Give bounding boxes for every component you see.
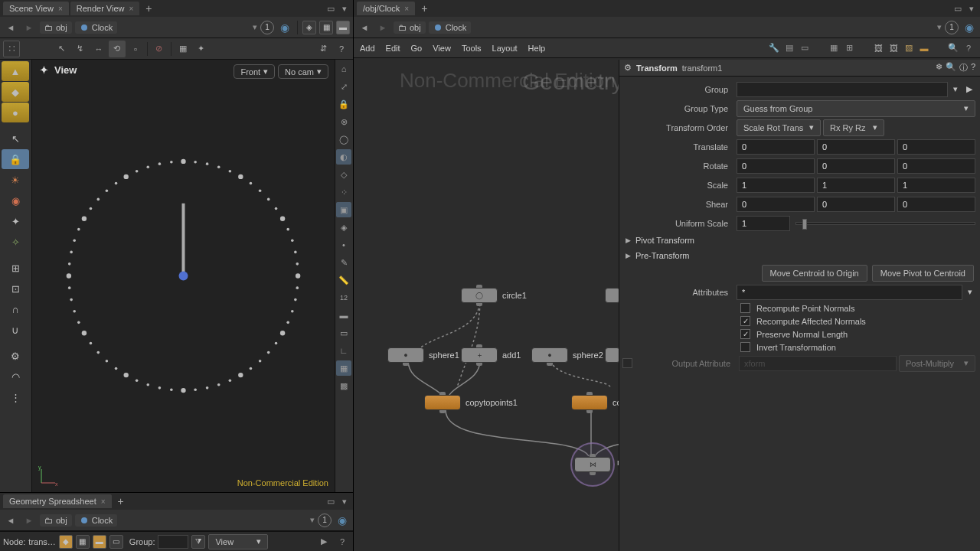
dropdown-icon[interactable]: ▾ — [950, 84, 961, 94]
box-icon[interactable]: ▬ — [919, 43, 929, 54]
close-icon[interactable]: × — [58, 5, 63, 13]
ty-field[interactable]: 0 — [817, 139, 895, 155]
rotate-tool[interactable]: ⟲ — [109, 41, 126, 57]
move-tool[interactable]: ↔ — [90, 41, 107, 57]
help-icon[interactable]: ? — [963, 43, 974, 54]
ghost-icon[interactable]: ▣ — [336, 202, 351, 217]
list-icon[interactable]: ▤ — [784, 43, 795, 54]
pin-indicator[interactable]: 1 — [945, 21, 959, 34]
select-tool[interactable]: ↖ — [54, 41, 70, 57]
nav-fwd-button[interactable]: ► — [21, 513, 37, 528]
sy-field[interactable]: 1 — [817, 178, 895, 193]
path-context[interactable]: 🗀obj — [40, 514, 72, 527]
node-copytopoints2[interactable]: co — [571, 395, 622, 410]
globe-icon[interactable]: ◯ — [336, 132, 351, 147]
tab-geo-spreadsheet[interactable]: Geometry Spreadsheet× — [3, 494, 112, 508]
tab-render-view[interactable]: Render View× — [70, 2, 140, 15]
nav-fwd-button[interactable]: ► — [375, 20, 390, 35]
lock-icon[interactable]: 🔒 — [336, 96, 351, 112]
tree-icon[interactable]: ⊞ — [844, 43, 854, 54]
help-icon[interactable]: ? — [335, 534, 350, 549]
shz-field[interactable]: 0 — [897, 197, 975, 212]
search-icon[interactable]: 🔍 — [946, 62, 956, 73]
check-output-attr[interactable] — [622, 358, 632, 368]
snowflake-icon[interactable]: ❄ — [936, 62, 942, 73]
pane-menu-icon[interactable]: ▭ — [325, 496, 336, 507]
help-icon[interactable]: ? — [971, 62, 975, 73]
shy-field[interactable]: 0 — [817, 197, 895, 212]
lasso-tool[interactable]: ↯ — [72, 41, 89, 57]
layout-tool[interactable]: ⇵ — [315, 41, 332, 57]
env-tool[interactable]: ✧ — [2, 232, 29, 252]
xf-order-dropdown[interactable]: Scale Rot Trans▾ — [737, 119, 821, 136]
magnet2-tool[interactable]: ∪ — [2, 320, 29, 340]
camera-menu[interactable]: Front▾ — [234, 64, 275, 79]
tz-field[interactable]: 0 — [897, 139, 975, 155]
menu-add[interactable]: Add — [360, 44, 375, 53]
sync-button[interactable]: ◉ — [277, 20, 292, 35]
gear-icon[interactable]: ⚙ — [624, 63, 632, 73]
rot-order-dropdown[interactable]: Rx Ry Rz▾ — [823, 119, 884, 136]
area-tool[interactable]: ✦ — [2, 211, 29, 231]
wrench-icon[interactable]: 🔧 — [769, 43, 779, 54]
palette-icon[interactable]: ▨ — [903, 43, 914, 54]
pane-menu-icon[interactable]: ▭ — [952, 3, 963, 14]
move-pivot-button[interactable]: Move Pivot to Centroid — [872, 265, 974, 282]
move-centroid-button[interactable]: Move Centroid to Origin — [762, 265, 867, 282]
wire-icon[interactable]: ◇ — [336, 167, 351, 182]
img1-icon[interactable]: 🖼 — [873, 43, 884, 54]
check-preserve-nl[interactable]: ✓ — [740, 329, 750, 339]
info-icon[interactable]: ⓘ — [959, 62, 968, 73]
snap-grid-tool[interactable]: ⊞ — [2, 258, 29, 278]
group-type-dropdown[interactable]: Guess from Group▾ — [737, 100, 975, 117]
path-leaf[interactable]: Clock — [75, 21, 118, 34]
path-dropdown-icon[interactable]: ▾ — [937, 22, 942, 32]
checker-icon[interactable]: ▩ — [336, 378, 351, 393]
sz-field[interactable]: 1 — [897, 178, 975, 193]
dropdown-icon[interactable]: ▾ — [965, 287, 975, 297]
spot-tool[interactable]: ◉ — [2, 191, 29, 210]
ss-btn3[interactable]: ▬ — [93, 535, 106, 549]
disable-tool[interactable]: ⊘ — [151, 41, 168, 57]
attributes-field[interactable]: * — [737, 285, 962, 300]
angle-icon[interactable]: ∟ — [336, 343, 351, 358]
lock-tool[interactable]: 🔒 — [2, 149, 29, 169]
bar1-icon[interactable]: ▬ — [336, 308, 351, 323]
node-add1[interactable]: ＋add1 — [461, 347, 521, 363]
num-icon[interactable]: 12 — [336, 290, 351, 305]
group-field[interactable] — [158, 535, 188, 549]
menu-view[interactable]: View — [433, 44, 451, 53]
brush-icon[interactable]: ✎ — [336, 255, 351, 270]
ss-btn1[interactable]: ◆ — [59, 535, 73, 549]
snap-point-tool[interactable]: ⊡ — [2, 279, 29, 298]
ss-btn2[interactable]: ▦ — [76, 535, 90, 549]
jump-icon[interactable]: ▶ — [963, 84, 975, 94]
rx-field[interactable]: 0 — [737, 158, 815, 174]
menu-edit[interactable]: Edit — [386, 44, 400, 53]
shading-icon[interactable]: ◐ — [336, 149, 351, 165]
options-tool[interactable]: ✦ — [193, 41, 210, 57]
text-icon[interactable]: ▭ — [799, 43, 810, 54]
nav-back-button[interactable]: ◄ — [3, 20, 18, 35]
target-icon[interactable]: ⊗ — [336, 114, 351, 129]
pane-menu-icon[interactable]: ▭ — [325, 3, 336, 14]
uscale-field[interactable]: 1 — [737, 216, 790, 231]
xray-icon[interactable]: ◈ — [336, 220, 351, 235]
pivot-transform-section[interactable]: ▶Pivot Transform — [619, 233, 975, 248]
render-button[interactable]: ▦ — [319, 21, 333, 34]
hq-icon[interactable]: ▦ — [336, 360, 351, 376]
add-tab-button[interactable]: + — [416, 2, 432, 15]
bar2-icon[interactable]: ▭ — [336, 325, 351, 341]
node-sphere1[interactable]: ●sphere1 — [387, 347, 459, 363]
nav-back-button[interactable]: ◄ — [3, 513, 18, 528]
home-icon[interactable]: ⌂ — [336, 61, 351, 77]
node-partial2[interactable] — [605, 347, 620, 363]
magnet-tool[interactable]: ∩ — [2, 299, 29, 319]
ss-btn4[interactable]: ▭ — [109, 535, 123, 549]
ry-field[interactable]: 0 — [817, 158, 895, 174]
ruler-icon[interactable]: 📏 — [336, 272, 351, 288]
create-sphere-icon[interactable]: ● — [2, 103, 29, 122]
nav-back-button[interactable]: ◄ — [357, 20, 372, 35]
tx-field[interactable]: 0 — [737, 139, 815, 155]
points-icon[interactable]: ⁘ — [336, 184, 351, 200]
